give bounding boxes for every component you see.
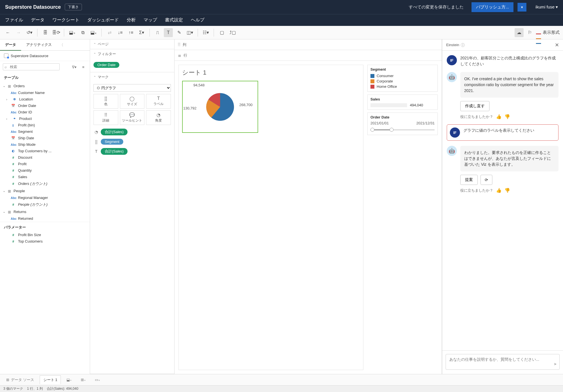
menu-分析[interactable]: 分析	[127, 17, 136, 23]
field-location[interactable]: ›⊕Location	[0, 96, 90, 102]
highlight-icon[interactable]: ⎍	[153, 28, 162, 37]
field-customer-name[interactable]: AbcCustomer Name	[0, 89, 90, 96]
thumbs-up-icon[interactable]: 👍	[496, 188, 502, 193]
field-profit[interactable]: #Profit	[0, 161, 90, 167]
data-guide-icon[interactable]: ☁	[515, 28, 524, 37]
mark-pill[interactable]: Segment	[101, 139, 123, 145]
menu-ワークシート[interactable]: ワークシート	[52, 17, 79, 23]
mark-色[interactable]: ⣿色	[93, 94, 118, 109]
sales-card[interactable]: Sales 494,040	[367, 95, 438, 110]
menu-マップ[interactable]: マップ	[144, 17, 157, 23]
publish-button[interactable]: パブリッシュ方...	[472, 2, 514, 12]
publish-dropdown[interactable]: ▾	[517, 3, 526, 12]
refresh-datasource-icon[interactable]: 🗄⟳	[52, 28, 61, 37]
segment-legend[interactable]: Segment ConsumerCorporateHome Office	[367, 65, 438, 92]
show-me-panel-toggle[interactable]: ☁ ⚐ 表示形式	[515, 28, 560, 37]
slider-thumb-end[interactable]	[390, 128, 394, 132]
field-returned[interactable]: AbcReturned	[0, 215, 90, 222]
regenerate-button[interactable]: 作成し直す	[460, 101, 490, 111]
datapane-collapse-icon[interactable]: 〈	[57, 42, 66, 48]
datasource-row[interactable]: Superstore Datasource	[0, 51, 90, 61]
field-orders-[interactable]: #Orders (カウント)	[0, 180, 90, 187]
mark-pill[interactable]: 合計(Sales)	[101, 148, 128, 155]
explain-icon[interactable]: ⚐	[525, 28, 534, 37]
field-regional-manager[interactable]: AbcRegional Manager	[0, 194, 90, 201]
mark-詳細[interactable]: ⠿詳細	[93, 110, 118, 125]
field-ship-date[interactable]: 📅Ship Date	[0, 135, 90, 141]
draft-button[interactable]: 下書き	[65, 4, 82, 10]
mark-サイズ[interactable]: ◯サイズ	[120, 94, 145, 109]
rows-shelf[interactable]: ≣行	[175, 50, 442, 61]
einstein-input[interactable]	[446, 354, 560, 370]
mark-ツールヒント[interactable]: 💬ツールヒント	[120, 110, 145, 125]
table-people[interactable]: ⌄People	[0, 187, 90, 194]
tab-analytics[interactable]: アナリティクス	[21, 39, 57, 51]
menu-ヘルプ[interactable]: ヘルプ	[191, 17, 204, 23]
einstein-info-icon[interactable]: i	[461, 43, 465, 47]
tab-data[interactable]: データ	[0, 39, 21, 51]
field-ship-mode[interactable]: AbcShip Mode	[0, 141, 90, 148]
sort-asc-icon[interactable]: ↓≡	[116, 28, 125, 37]
mark-ラベル[interactable]: Tラベル	[146, 94, 171, 109]
legend-item[interactable]: Corporate	[370, 79, 435, 84]
field-discount[interactable]: #Discount	[0, 154, 90, 161]
thumbs-up-icon[interactable]: 👍	[496, 114, 502, 119]
legend-item[interactable]: Consumer	[370, 73, 435, 79]
field-search-input[interactable]	[3, 63, 60, 70]
refresh-button[interactable]: ⟳	[481, 175, 492, 185]
columns-shelf[interactable]: ⦙⦙⦙列	[175, 39, 442, 50]
pages-shelf-header[interactable]: ⌃ページ	[90, 39, 174, 49]
filter-pill-orderdate[interactable]: Order Date	[93, 62, 119, 68]
mark-type-select[interactable]: ⏲ 円グラフ	[93, 84, 171, 92]
field-quantity[interactable]: #Quantity	[0, 167, 90, 174]
menu-データ[interactable]: データ	[31, 17, 44, 23]
new-worksheet-tab[interactable]: ⬓₊	[63, 376, 75, 384]
presentation-icon[interactable]: ▢	[217, 28, 226, 37]
field-profit-bin-[interactable]: ⫿Profit (bin)	[0, 122, 90, 128]
thumbs-down-icon[interactable]: 👎	[504, 188, 510, 193]
sheet-tab[interactable]: シート 1	[40, 375, 61, 384]
marks-card-header[interactable]: ⌃マーク	[90, 72, 174, 82]
new-worksheet-icon[interactable]: ⬓₊	[68, 28, 77, 37]
param-profit-bin-size[interactable]: #Profit Bin Size	[0, 232, 90, 238]
param-top-customers[interactable]: #Top Customers	[0, 238, 90, 245]
field-people-[interactable]: #People (カウント)	[0, 201, 90, 208]
menu-ダッシュボード[interactable]: ダッシュボード	[87, 17, 119, 23]
field-order-date[interactable]: 📅Order Date	[0, 102, 90, 109]
sort-desc-icon[interactable]: ↑≡	[126, 28, 135, 37]
datasource-tab[interactable]: ⊞データ ソース	[3, 376, 37, 384]
format-icon[interactable]: ✎	[175, 28, 184, 37]
new-story-tab[interactable]: ▭₊	[91, 376, 104, 384]
user-menu[interactable]: ikumi fuse ▾	[535, 5, 558, 10]
field-top-customers-by-[interactable]: ◐Top Customers by ...	[0, 148, 90, 154]
table-orders[interactable]: ⌄Orders	[0, 82, 90, 89]
field-filter-icon[interactable]: ∇▾	[71, 63, 78, 71]
field-order-id[interactable]: AbcOrder ID	[0, 109, 90, 115]
send-icon[interactable]: ➤	[554, 362, 557, 366]
label-toggle-icon[interactable]: T	[164, 28, 173, 37]
field-product[interactable]: ›⚭Product	[0, 115, 90, 122]
field-segment[interactable]: AbcSegment	[0, 128, 90, 135]
date-slider[interactable]	[370, 127, 435, 133]
field-sales[interactable]: #Sales	[0, 174, 90, 180]
slider-thumb-start[interactable]	[370, 128, 374, 132]
mark-角度[interactable]: ◔角度	[146, 110, 171, 125]
new-datasource-icon[interactable]: 🗄	[41, 28, 50, 37]
table-returns[interactable]: ⌄Returns	[0, 208, 90, 215]
mark-pill[interactable]: 合計(Sales)	[101, 129, 128, 135]
field-menu-icon[interactable]: ≡	[80, 63, 87, 71]
menu-ファイル[interactable]: ファイル	[5, 17, 23, 23]
suggest-button[interactable]: 提案	[460, 175, 478, 185]
clear-icon[interactable]: ⬓ₓ	[89, 28, 98, 37]
new-dashboard-tab[interactable]: ⊞₊	[77, 376, 89, 384]
einstein-close-icon[interactable]: ✕	[555, 42, 559, 48]
share-icon[interactable]: ⤴▢	[228, 28, 237, 37]
legend-item[interactable]: Home Office	[370, 84, 435, 89]
undo-dropdown[interactable]: ↺▾	[25, 28, 34, 37]
fit-dropdown[interactable]: ◫▾	[185, 28, 194, 37]
viz-area[interactable]: シート 1 94,548 130,792 268,700	[178, 65, 363, 370]
forward-button[interactable]: →	[14, 28, 23, 37]
swap-icon[interactable]: ⇄	[105, 28, 114, 37]
duplicate-icon[interactable]: ⧉	[78, 28, 87, 37]
show-hide-cards-icon[interactable]: ☷▾	[201, 28, 210, 37]
